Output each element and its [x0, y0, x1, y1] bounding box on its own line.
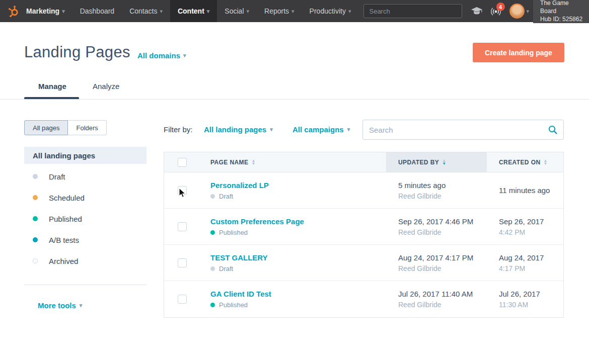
chevron-down-icon: ▾	[291, 8, 294, 15]
table-row: GA Client ID Test Published Jul 26, 2017…	[164, 281, 563, 317]
draft-status-dot-icon	[210, 266, 215, 271]
row-checkbox[interactable]	[178, 186, 187, 195]
nav-item-label: Social	[225, 7, 244, 15]
sidebar-item-archived[interactable]: Archived	[24, 250, 146, 271]
table-row: Custom Preferences Page Published Sep 26…	[164, 209, 563, 245]
nav-item-label: Reports	[264, 7, 289, 15]
global-search-input[interactable]	[363, 4, 462, 18]
page-name-link[interactable]: Custom Preferences Page	[210, 217, 386, 226]
created-date: 11 minutes ago	[499, 186, 563, 195]
graduation-cap-icon	[471, 5, 483, 17]
chevron-down-icon: ▾	[527, 8, 530, 15]
sidebar-item-label: Scheduled	[49, 194, 85, 202]
column-label: PAGE NAME	[210, 159, 248, 166]
sort-icon-active-desc: ▲▼	[442, 159, 446, 165]
status-label: Draft	[219, 265, 233, 272]
chevron-down-icon: ▾	[347, 126, 350, 133]
sidebar-status-list: Draft Scheduled Published A/B tests Arch…	[24, 166, 146, 271]
sidebar-item-label: Draft	[49, 172, 65, 181]
published-status-dot-icon	[210, 303, 215, 307]
hub-id: Hub ID: 525862	[540, 15, 586, 23]
notifications-button[interactable]: 4	[486, 0, 505, 22]
more-tools-dropdown[interactable]: More tools ▾	[38, 301, 82, 310]
account-menu-button[interactable]: ▾	[505, 4, 534, 19]
row-checkbox[interactable]	[178, 295, 187, 304]
hubspot-sprocket-icon[interactable]	[0, 0, 22, 22]
sort-icon: ▲▼	[251, 159, 255, 165]
chevron-down-icon: ▾	[80, 302, 83, 309]
more-tools-label: More tools	[38, 301, 76, 310]
nav-item-dashboard[interactable]: Dashboard	[72, 0, 122, 22]
updated-by: Reed Gilbride	[398, 228, 487, 236]
status-label: Draft	[219, 193, 233, 200]
table-header-row: PAGE NAME ▲▼ UPDATED BY ▲▼ CREATED ON ▲▼	[164, 152, 563, 172]
updated-time: 5 minutes ago	[398, 181, 487, 190]
account-name: The Game Board	[540, 0, 586, 15]
top-nav: Marketing ▾ Dashboard Contacts ▾ Content…	[0, 0, 589, 22]
updated-by: Reed Gilbride	[398, 192, 487, 200]
sort-icon: ▲▼	[543, 159, 547, 165]
filter-label: All landing pages	[204, 125, 266, 134]
avatar	[509, 4, 525, 19]
sidebar-item-scheduled[interactable]: Scheduled	[24, 187, 146, 208]
toggle-all-pages[interactable]: All pages	[24, 120, 68, 135]
chevron-down-icon: ▾	[207, 8, 210, 15]
nav-item-marketing[interactable]: Marketing ▾	[22, 0, 72, 22]
table-row: TEST GALLERY Draft Aug 24, 2017 4:17 PM …	[164, 245, 563, 281]
search-icon[interactable]	[548, 125, 558, 135]
nav-item-label: Dashboard	[80, 7, 115, 15]
updated-time: Aug 24, 2017 4:17 PM	[398, 253, 487, 262]
nav-item-productivity[interactable]: Productivity ▾	[302, 0, 359, 22]
archived-status-dot-icon	[33, 258, 38, 263]
status-label: Published	[219, 229, 248, 236]
column-label: UPDATED BY	[398, 159, 439, 166]
published-status-dot-icon	[210, 230, 215, 235]
campaigns-filter-dropdown[interactable]: All campaigns ▾	[292, 125, 350, 134]
ab-tests-status-dot-icon	[33, 237, 38, 242]
page-name-link[interactable]: TEST GALLERY	[210, 253, 386, 262]
nav-item-reports[interactable]: Reports ▾	[257, 0, 302, 22]
row-checkbox[interactable]	[178, 258, 187, 267]
tab-manage[interactable]: Manage	[38, 82, 66, 90]
tab-analyze[interactable]: Analyze	[93, 82, 119, 90]
tabs-divider	[0, 99, 589, 100]
hub-info: The Game Board Hub ID: 525862	[533, 0, 589, 23]
page-name-link[interactable]: Personalized LP	[210, 181, 386, 190]
landing-pages-filter-dropdown[interactable]: All landing pages ▾	[204, 125, 273, 134]
nav-item-label: Marketing	[26, 7, 59, 15]
chevron-down-icon: ▾	[247, 8, 250, 15]
page-title: Landing Pages	[24, 43, 130, 61]
sidebar-item-label: Published	[49, 215, 82, 223]
status-label: Published	[219, 301, 248, 309]
landing-pages-table: PAGE NAME ▲▼ UPDATED BY ▲▼ CREATED ON ▲▼	[164, 152, 564, 318]
nav-item-contacts[interactable]: Contacts ▾	[122, 0, 170, 22]
created-time: 4:42 PM	[499, 228, 563, 236]
created-time: 4:17 PM	[499, 264, 563, 272]
sidebar-divider	[24, 285, 146, 285]
table-search-input[interactable]	[362, 120, 564, 140]
sidebar-item-ab-tests[interactable]: A/B tests	[24, 229, 146, 250]
nav-item-social[interactable]: Social ▾	[217, 0, 257, 22]
academy-button[interactable]	[467, 0, 486, 22]
column-header-page-name[interactable]: PAGE NAME ▲▼	[210, 159, 256, 166]
filter-label: All campaigns	[292, 125, 344, 134]
row-checkbox[interactable]	[178, 222, 187, 231]
page-name-link[interactable]: GA Client ID Test	[210, 290, 386, 298]
chevron-down-icon: ▾	[183, 52, 186, 59]
created-date: Jul 26, 2017	[499, 290, 563, 298]
nav-item-label: Contacts	[129, 7, 157, 15]
select-all-checkbox[interactable]	[178, 158, 187, 167]
updated-time: Sep 26, 2017 4:46 PM	[398, 217, 487, 226]
sidebar-item-draft[interactable]: Draft	[24, 166, 146, 187]
sidebar-item-all-landing-pages[interactable]: All landing pages	[24, 147, 146, 164]
filter-by-label: Filter by:	[164, 125, 193, 134]
chevron-down-icon: ▾	[62, 8, 65, 15]
nav-item-content[interactable]: Content ▾	[170, 0, 217, 22]
sidebar-item-label: A/B tests	[49, 236, 79, 244]
create-landing-page-button[interactable]: Create landing page	[473, 43, 564, 62]
toggle-folders[interactable]: Folders	[68, 120, 106, 135]
sidebar-item-published[interactable]: Published	[24, 208, 146, 229]
column-header-created-on[interactable]: CREATED ON ▲▼	[499, 159, 548, 166]
domain-filter-dropdown[interactable]: All domains ▾	[137, 51, 186, 60]
column-header-updated-by[interactable]: UPDATED BY ▲▼	[398, 159, 446, 166]
